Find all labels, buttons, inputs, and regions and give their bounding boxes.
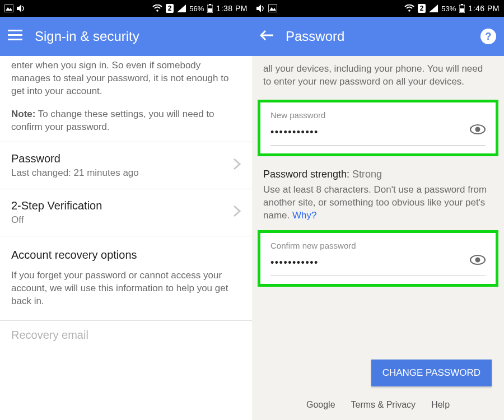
recovery-heading: Account recovery options [0,236,252,264]
field-label: Confirm new password [270,241,486,250]
svg-rect-9 [208,8,212,12]
back-icon[interactable] [260,30,273,43]
image-icon [268,4,277,12]
clock: 1:46 PM [468,4,500,13]
svg-rect-0 [4,4,13,12]
volume-icon [256,4,265,12]
recovery-copy: If you forget your password or cannot ac… [0,264,252,320]
note-label: Note: [11,109,35,119]
svg-rect-8 [209,4,211,5]
item-password[interactable]: Password Last changed: 21 minutes ago [0,142,252,189]
svg-rect-21 [461,4,463,5]
signal-icon [177,4,186,12]
new-password-field[interactable]: New password ••••••••••• [258,100,498,156]
svg-point-3 [156,10,158,12]
strength-label: Password strength: [263,169,349,180]
battery-percent: 56% [189,4,204,13]
svg-marker-15 [256,4,261,12]
field-label: New password [270,110,486,120]
visibility-icon[interactable] [470,254,486,268]
chevron-right-icon [233,156,241,174]
item-secondary: Off [11,214,226,226]
item-2step[interactable]: 2-Step Verification Off [0,189,252,236]
svg-rect-16 [268,4,277,12]
item-recovery-email[interactable]: Recovery email [0,321,252,342]
svg-marker-17 [269,7,276,11]
visibility-icon[interactable] [470,124,486,137]
intro-paragraph: enter when you sign in. So even if someb… [11,59,241,98]
footer-links: Google Terms & Privacy Help [252,400,504,410]
field-value: ••••••••••• [270,127,486,138]
clock: 1:38 PM [216,4,248,13]
phone-right: 2 53% 1:46 PM Password ? all your device… [252,0,504,420]
page-title: Sign-in & security [35,29,139,44]
intro-paragraph: all your devices, including your phone. … [252,56,504,99]
note-body: To change these settings, you will need … [11,109,214,132]
svg-marker-19 [429,4,438,12]
svg-rect-10 [8,30,22,31]
menu-icon[interactable] [8,30,22,43]
app-header: Sign-in & security [0,17,252,56]
svg-rect-22 [460,8,464,12]
signal-icon [429,4,438,12]
password-strength: Password strength: Strong [252,162,504,183]
confirm-password-field[interactable]: Confirm new password ••••••••••• [258,230,498,287]
strength-value: Strong [352,169,382,180]
battery-icon [459,4,465,13]
image-icon [4,4,13,12]
svg-point-27 [475,257,480,262]
svg-rect-12 [8,39,22,40]
battery-percent: 53% [441,4,456,13]
footer-google[interactable]: Google [306,400,335,410]
svg-marker-1 [6,7,12,11]
content: enter when you sign in. So even if someb… [0,53,252,342]
svg-marker-2 [17,4,21,12]
volume-icon [17,4,25,12]
phone-left: 2 56% 1:38 PM Sign-in & security enter w… [0,0,252,420]
app-header: Password ? [252,17,504,56]
change-password-button[interactable]: CHANGE PASSWORD [371,360,492,386]
footer-help[interactable]: Help [431,400,450,410]
status-bar: 2 53% 1:46 PM [252,0,504,17]
note-text: Note: To change these settings, you will… [11,108,241,134]
status-bar: 2 56% 1:38 PM [0,0,252,17]
svg-marker-6 [177,4,186,12]
item-secondary: Last changed: 21 minutes ago [11,167,226,179]
chevron-right-icon [233,203,241,221]
svg-rect-11 [8,34,22,36]
svg-point-25 [475,127,480,132]
why-link[interactable]: Why? [292,210,316,221]
wifi-icon [404,4,414,12]
svg-point-18 [408,10,410,12]
battery-icon [207,4,213,13]
sim-indicator: 2 [166,4,174,13]
password-hint: Use at least 8 characters. Don't use a p… [252,183,504,228]
field-value: ••••••••••• [270,257,486,269]
item-primary: 2-Step Verification [11,199,226,212]
wifi-icon [152,4,162,12]
footer-terms[interactable]: Terms & Privacy [351,400,416,410]
item-primary: Password [11,152,226,165]
help-icon[interactable]: ? [480,29,496,44]
page-title: Password [286,29,344,44]
sim-indicator: 2 [418,4,426,13]
